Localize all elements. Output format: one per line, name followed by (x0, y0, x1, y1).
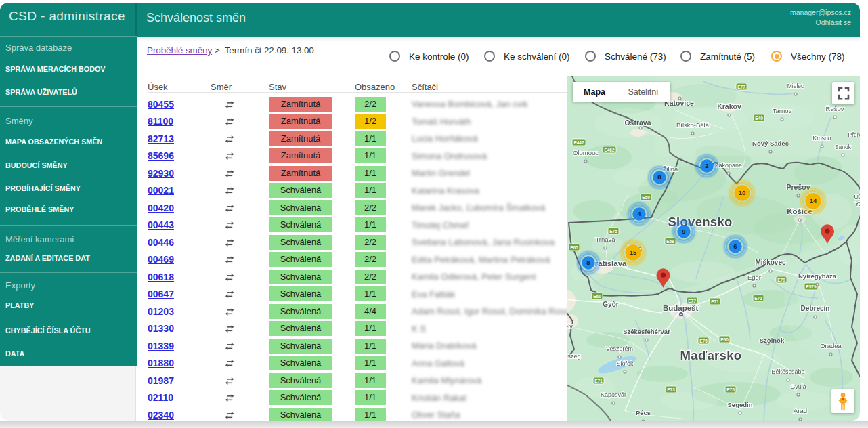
svg-text:15: 15 (630, 249, 637, 256)
svg-text:Satelitní: Satelitní (628, 87, 659, 97)
svg-text:E50: E50 (642, 195, 650, 200)
svg-text:Arad: Arad (794, 407, 807, 414)
svg-text:Trnava: Trnava (595, 236, 615, 243)
svg-text:Přerov: Přerov (848, 131, 860, 138)
svg-text:Nový Sadec: Nový Sadec (752, 140, 789, 147)
svg-text:E71: E71 (754, 296, 762, 301)
svg-text:E442: E442 (573, 140, 584, 145)
svg-text:E462: E462 (604, 148, 615, 152)
svg-text:E579: E579 (806, 284, 817, 289)
svg-text:Székesfehérvár: Székesfehérvár (623, 328, 670, 335)
svg-text:Veszprém: Veszprém (606, 345, 633, 352)
svg-text:8: 8 (657, 173, 661, 181)
svg-text:E75: E75 (699, 339, 708, 343)
svg-text:E71: E71 (711, 299, 719, 304)
svg-text:Mielec: Mielec (787, 83, 804, 89)
svg-text:Miškovec: Miškovec (755, 259, 785, 266)
svg-text:E71: E71 (594, 379, 603, 383)
svg-text:Ostrava: Ostrava (624, 119, 651, 127)
svg-text:E77: E77 (737, 85, 745, 89)
svg-text:Mapa: Mapa (584, 87, 606, 97)
svg-text:6: 6 (733, 242, 737, 250)
svg-text:Bílsko-Bělá: Bílsko-Bělá (676, 121, 710, 129)
svg-text:Kaposvár: Kaposvár (601, 391, 626, 398)
svg-text:Řešov: Řešov (826, 105, 844, 112)
svg-text:E60: E60 (593, 294, 601, 299)
svg-text:Yx: Yx (855, 200, 860, 207)
svg-text:E79: E79 (777, 278, 785, 282)
svg-text:Nyíregyháza: Nyíregyháza (798, 272, 837, 280)
svg-text:Eger: Eger (747, 274, 761, 281)
svg-text:10: 10 (739, 189, 746, 196)
svg-text:Segedin: Segedin (728, 401, 753, 408)
svg-text:Békéscsaba: Békéscsaba (771, 368, 804, 375)
svg-text:Gyula: Gyula (790, 383, 806, 390)
svg-text:2: 2 (705, 162, 708, 169)
svg-text:Győr: Győr (603, 301, 618, 308)
svg-text:Pécs: Pécs (636, 409, 651, 416)
svg-text:E60: E60 (720, 337, 729, 342)
svg-text:8: 8 (586, 259, 590, 266)
svg-text:E73: E73 (667, 387, 675, 392)
svg-text:erszeg: erszeg (567, 353, 581, 360)
svg-text:Oradea: Oradea (820, 342, 842, 349)
svg-text:E40: E40 (755, 116, 763, 121)
svg-text:Maďarsko: Maďarsko (680, 348, 742, 362)
svg-text:Budapešť: Budapešť (663, 304, 700, 312)
svg-text:Krosno: Krosno (813, 135, 831, 142)
svg-text:ely: ely (567, 323, 573, 330)
svg-text:E58: E58 (666, 239, 674, 244)
svg-text:14: 14 (810, 197, 817, 205)
svg-text:Olomouc: Olomouc (573, 149, 599, 156)
svg-text:Debrecín: Debrecín (801, 305, 830, 312)
svg-text:Tarnov: Tarnov (773, 107, 792, 114)
svg-text:9: 9 (682, 228, 685, 235)
svg-text:Sanok: Sanok (835, 144, 852, 150)
svg-text:Krakov: Krakov (717, 102, 741, 110)
svg-text:Szolnok: Szolnok (760, 337, 785, 344)
svg-text:Siófok: Siófok (616, 360, 634, 367)
svg-text:Už: Už (854, 194, 861, 200)
svg-text:E75: E75 (726, 387, 735, 392)
svg-text:4: 4 (637, 210, 641, 217)
svg-text:E75: E75 (609, 229, 617, 234)
svg-text:E77: E77 (688, 299, 696, 303)
svg-text:E65: E65 (570, 245, 578, 250)
